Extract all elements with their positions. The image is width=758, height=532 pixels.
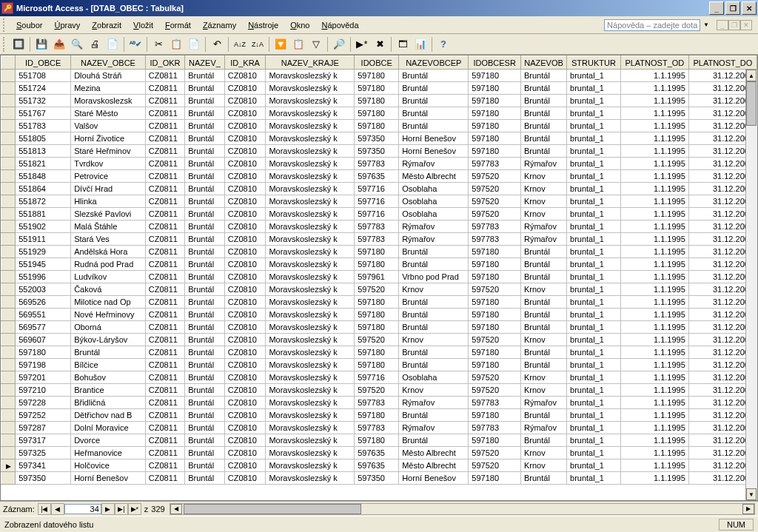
- cell[interactable]: 597783: [355, 233, 399, 246]
- cell[interactable]: 597180: [355, 246, 399, 258]
- cell[interactable]: Bruntál: [520, 132, 566, 145]
- cell[interactable]: 551805: [16, 132, 71, 145]
- cell[interactable]: Bruntál: [185, 384, 225, 397]
- cell[interactable]: 597180: [355, 120, 399, 132]
- cell[interactable]: CZ0811: [145, 70, 185, 82]
- horizontal-scrollbar[interactable]: ◀ ▶: [170, 503, 755, 515]
- cell[interactable]: Bruntál: [520, 95, 566, 107]
- apply-filter-button[interactable]: ▽: [308, 36, 324, 53]
- help-button[interactable]: ?: [435, 36, 452, 53]
- cell[interactable]: 597180: [469, 346, 521, 359]
- cell[interactable]: Bruntál: [185, 70, 225, 82]
- new-record-button[interactable]: ▶*: [354, 36, 370, 53]
- cell[interactable]: 597180: [469, 434, 521, 447]
- menubar-grip[interactable]: [3, 18, 7, 32]
- menu-soubor[interactable]: Soubor: [10, 18, 48, 32]
- table-row[interactable]: 597341HolčoviceCZ0811BruntálCZ0810Moravs…: [1, 459, 757, 472]
- cell[interactable]: CZ0811: [145, 132, 185, 145]
- cell[interactable]: CZ0810: [224, 158, 266, 170]
- mdi-close-button[interactable]: ✕: [740, 20, 752, 30]
- cell[interactable]: 597716: [355, 371, 399, 384]
- cell[interactable]: bruntal_1: [567, 321, 621, 334]
- cell[interactable]: Město Albrecht: [399, 447, 469, 459]
- cell[interactable]: Bruntál: [399, 107, 469, 120]
- cell[interactable]: 1.1.1995: [620, 132, 688, 145]
- cell[interactable]: 597180: [355, 70, 399, 82]
- cell[interactable]: 551821: [16, 158, 71, 170]
- cell[interactable]: Bruntál: [520, 321, 566, 334]
- cell[interactable]: 1.1.1995: [620, 233, 688, 246]
- cell[interactable]: 597783: [469, 422, 521, 434]
- row-selector[interactable]: [1, 258, 16, 271]
- cell[interactable]: 597210: [16, 384, 71, 397]
- cell[interactable]: 597520: [469, 183, 521, 195]
- cell[interactable]: Horní Benešov: [399, 145, 469, 158]
- cell[interactable]: 597961: [355, 271, 399, 283]
- cell[interactable]: bruntal_1: [567, 397, 621, 409]
- cell[interactable]: Moravskoslezský k: [266, 82, 355, 95]
- cell[interactable]: Bruntál: [399, 434, 469, 447]
- cell[interactable]: Bruntál: [185, 107, 225, 120]
- vertical-scrollbar[interactable]: ▲ ▼: [745, 70, 757, 500]
- cell[interactable]: CZ0811: [145, 246, 185, 258]
- cell[interactable]: Bruntál: [399, 296, 469, 309]
- cell[interactable]: Valšov: [71, 120, 146, 132]
- delete-record-button[interactable]: ✖: [372, 36, 388, 53]
- cell[interactable]: Andělská Hora: [71, 246, 146, 258]
- scroll-down-arrow[interactable]: ▼: [746, 488, 757, 500]
- row-selector[interactable]: [1, 371, 16, 384]
- column-header-nazev_[interactable]: NAZEV_: [185, 56, 225, 70]
- cell[interactable]: Rýmařov: [399, 220, 469, 233]
- cell[interactable]: Bruntál: [520, 70, 566, 82]
- cell[interactable]: Bruntál: [185, 334, 225, 346]
- cell[interactable]: Moravskoslezský k: [266, 170, 355, 183]
- cell[interactable]: Bruntál: [520, 145, 566, 158]
- cell[interactable]: 551911: [16, 233, 71, 246]
- spelling-button[interactable]: ᴬᴮ✔: [127, 36, 144, 53]
- cell[interactable]: CZ0810: [224, 459, 266, 472]
- cell[interactable]: Moravskoslezský k: [266, 271, 355, 283]
- cell[interactable]: 1.1.1995: [620, 271, 688, 283]
- cell[interactable]: CZ0810: [224, 233, 266, 246]
- table-row[interactable]: 551911Stará VesCZ0811BruntálCZ0810Moravs…: [1, 233, 757, 246]
- cell[interactable]: Bruntál: [185, 95, 225, 107]
- table-row[interactable]: 597198BílčiceCZ0811BruntálCZ0810Moravsko…: [1, 359, 757, 371]
- cell[interactable]: Ludvíkov: [71, 271, 146, 283]
- cell[interactable]: 597180: [469, 309, 521, 321]
- cell[interactable]: CZ0811: [145, 183, 185, 195]
- column-header-id_okr[interactable]: ID_OKR: [145, 56, 185, 70]
- view-button[interactable]: 🔲: [10, 36, 27, 53]
- row-selector[interactable]: [1, 107, 16, 120]
- cell[interactable]: Bruntál: [185, 472, 225, 485]
- cell[interactable]: 551864: [16, 183, 71, 195]
- row-selector[interactable]: [1, 359, 16, 371]
- cell[interactable]: Krnov: [399, 283, 469, 296]
- cell[interactable]: 597252: [16, 409, 71, 422]
- cell[interactable]: 597520: [469, 283, 521, 296]
- cell[interactable]: Bruntál: [185, 258, 225, 271]
- cell[interactable]: Moravskoslezský k: [266, 447, 355, 459]
- cell[interactable]: Moravskoslezský k: [266, 434, 355, 447]
- filter-selection-button[interactable]: 🔽: [272, 36, 289, 53]
- table-row[interactable]: 551805Horní ŽivoticeCZ0811BruntálCZ0810M…: [1, 132, 757, 145]
- cell[interactable]: 597180: [469, 258, 521, 271]
- cell[interactable]: bruntal_1: [567, 283, 621, 296]
- table-row[interactable]: 597350Horní BenešovCZ0811BruntálCZ0810Mo…: [1, 472, 757, 485]
- cell[interactable]: Moravskoslezský k: [266, 132, 355, 145]
- row-selector[interactable]: [1, 472, 16, 485]
- cell[interactable]: Bruntál: [520, 409, 566, 422]
- cell[interactable]: Krnov: [520, 371, 566, 384]
- cell[interactable]: bruntal_1: [567, 107, 621, 120]
- cell[interactable]: 597198: [16, 359, 71, 371]
- table-row[interactable]: 551783ValšovCZ0811BruntálCZ0810Moravskos…: [1, 120, 757, 132]
- cell[interactable]: CZ0810: [224, 296, 266, 309]
- cell[interactable]: CZ0811: [145, 409, 185, 422]
- cell[interactable]: CZ0811: [145, 120, 185, 132]
- row-selector[interactable]: [1, 120, 16, 132]
- cell[interactable]: Milotice nad Op: [71, 296, 146, 309]
- data-table[interactable]: ID_OBCENAZEV_OBCEID_OKRNAZEV_ID_KRANAZEV…: [1, 55, 757, 485]
- cell[interactable]: CZ0810: [224, 183, 266, 195]
- cell[interactable]: Oborná: [71, 321, 146, 334]
- cell[interactable]: 597180: [355, 95, 399, 107]
- cell[interactable]: CZ0811: [145, 309, 185, 321]
